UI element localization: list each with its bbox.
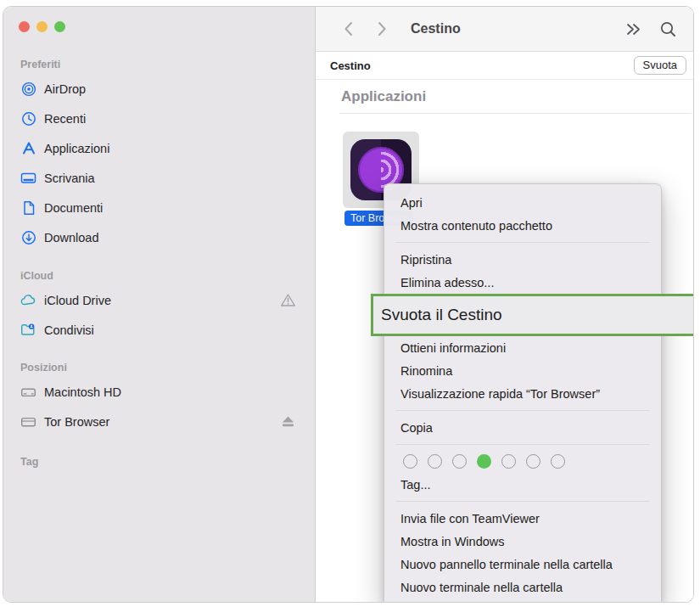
cloud-icon <box>20 292 36 308</box>
internal-drive-icon <box>20 384 36 400</box>
menu-item-copia[interactable]: Copia <box>384 416 661 439</box>
toolbar: Cestino <box>316 7 693 52</box>
empty-trash-button[interactable]: Svuota <box>634 56 686 75</box>
menu-item-invia-file-con-teamviewer[interactable]: Invia file con TeamViewer <box>384 507 661 530</box>
download-icon <box>20 229 36 245</box>
menu-item-nuovo-terminale-nella-cartella[interactable]: Nuovo terminale nella cartella <box>384 576 661 599</box>
minimize-button[interactable] <box>36 21 48 32</box>
tag-color-dot[interactable] <box>428 454 442 469</box>
menu-item-mostra-contenuto-pacchetto[interactable]: Mostra contenuto pacchetto <box>384 214 661 237</box>
tag-color-dot[interactable] <box>501 454 516 469</box>
sidebar-item-download[interactable]: Download <box>19 222 303 252</box>
group-header: Applicazioni <box>316 80 693 114</box>
sidebar-section-preferiti: Preferiti <box>20 59 303 70</box>
status-bar: Cestino Svuota <box>316 52 693 80</box>
sidebar-item-label: Download <box>44 231 303 244</box>
window-title: Cestino <box>411 21 461 37</box>
sidebar-item-scrivania[interactable]: Scrivania <box>19 163 303 193</box>
sidebar-item-label: iCloud Drive <box>44 294 279 307</box>
tag-color-dot[interactable] <box>526 454 540 469</box>
group-header-label: Applicazioni <box>341 88 426 105</box>
sidebar-item-recenti[interactable]: Recenti <box>19 104 303 133</box>
zoom-button[interactable] <box>54 21 65 32</box>
eject-icon[interactable] <box>279 413 296 430</box>
search-icon[interactable] <box>657 18 679 40</box>
sidebar-item-label: Scrivania <box>44 171 303 185</box>
menu-item-ripristina[interactable]: Ripristina <box>384 248 661 271</box>
warning-icon <box>279 292 296 309</box>
close-button[interactable] <box>19 21 30 32</box>
screenshot-canvas: PreferitiAirDropRecentiApplicazioniScriv… <box>0 0 700 607</box>
external-drive-icon <box>20 413 36 430</box>
sidebar-item-tor-browser[interactable]: Tor Browser <box>19 407 303 436</box>
sidebar-item-documenti[interactable]: Documenti <box>19 193 303 222</box>
desktop-icon <box>20 170 36 186</box>
finder-window: PreferitiAirDropRecentiApplicazioniScriv… <box>3 6 694 603</box>
menu-item-tag[interactable]: Tag... <box>384 473 661 496</box>
applications-icon <box>20 140 36 156</box>
back-icon[interactable] <box>339 19 356 39</box>
sidebar-section-icloud: iCloud <box>20 270 303 282</box>
forward-icon[interactable] <box>373 19 390 39</box>
double-chevron-icon[interactable] <box>623 18 645 40</box>
menu-item-svuota-il-cestino[interactable]: Svuota il Cestino <box>371 294 694 336</box>
location-label: Cestino <box>330 59 371 72</box>
sidebar-item-label: Applicazioni <box>44 142 303 155</box>
menu-item-nuovo-pannello-terminale-nella-cartella[interactable]: Nuovo pannello terminale nella cartella <box>384 553 661 576</box>
document-icon <box>20 200 36 216</box>
menu-item-apri[interactable]: Apri <box>384 191 661 214</box>
sidebar: PreferitiAirDropRecentiApplicazioniScriv… <box>3 7 316 602</box>
sidebar-item-applicazioni[interactable]: Applicazioni <box>19 133 303 163</box>
sidebar-item-label: Macintosh HD <box>44 385 303 399</box>
sidebar-item-airdrop[interactable]: AirDrop <box>19 74 303 104</box>
sidebar-item-label: Tor Browser <box>44 415 279 429</box>
shared-folder-icon <box>20 322 36 338</box>
menu-item-mostra-in-windows[interactable]: Mostra in Windows <box>384 530 661 553</box>
sidebar-item-macintosh-hd[interactable]: Macintosh HD <box>19 377 303 407</box>
menu-tag-colors-row <box>384 450 661 473</box>
context-menu: ApriMostra contenuto pacchettoRipristina… <box>384 183 662 603</box>
airdrop-icon <box>20 81 36 97</box>
menu-separator <box>396 410 649 411</box>
traffic-lights <box>19 21 303 32</box>
menu-separator <box>396 242 649 243</box>
menu-separator <box>396 444 649 445</box>
sidebar-item-icloud-drive[interactable]: iCloud Drive <box>19 285 303 315</box>
sidebar-section-posizioni: Posizioni <box>20 362 303 374</box>
menu-item-ottieni-informazioni[interactable]: Ottieni informazioni <box>384 336 661 359</box>
clock-icon <box>20 110 36 126</box>
sidebar-section-tag: Tag <box>20 456 303 468</box>
menu-item-rinomina[interactable]: Rinomina <box>384 359 661 382</box>
sidebar-item-condivisi[interactable]: Condivisi <box>19 315 303 345</box>
tag-color-dot[interactable] <box>403 454 417 469</box>
sidebar-item-label: AirDrop <box>44 82 303 96</box>
sidebar-item-label: Documenti <box>44 201 303 215</box>
sidebar-item-label: Recenti <box>44 112 303 126</box>
menu-item-elimina-adesso[interactable]: Elimina adesso... <box>384 271 661 294</box>
menu-separator <box>396 501 649 502</box>
sidebar-item-label: Condivisi <box>44 323 303 337</box>
tag-color-dot[interactable] <box>551 454 565 469</box>
tag-color-dot[interactable] <box>452 454 467 469</box>
menu-item-visualizzazione-rapida-tor-browser[interactable]: Visualizzazione rapida “Tor Browser” <box>384 382 661 405</box>
tag-color-dot-selected[interactable] <box>477 454 491 469</box>
